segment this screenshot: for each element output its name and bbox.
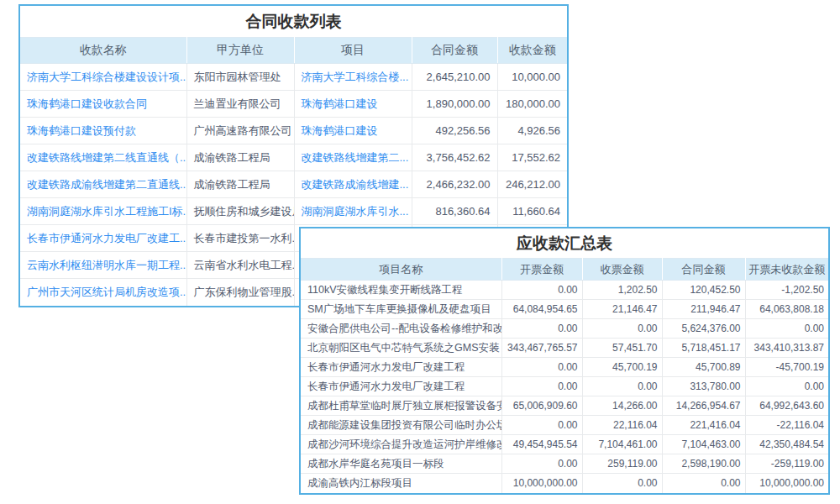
cell: 246,212.00 [497, 171, 567, 198]
table-row: 北京朝阳区电气中芯特气系统之GMS安装343,467,765.5757,451.… [301, 339, 828, 358]
table-row: 成都沙河环境综合提升改造运河护岸维修改造49,454,945.547,104,4… [301, 435, 828, 454]
table-row: 改建铁路成渝线增建第二直通线...成渝铁路工程局改建铁路成渝线增建...2,46… [20, 171, 567, 198]
column-header-4: 收款金额 [497, 38, 567, 64]
column-header-3: 合同金额 [662, 259, 745, 281]
cell: 长春市伊通河水力发电厂改建工程 [301, 358, 501, 377]
cell: 2,598,190.00 [662, 454, 745, 474]
cell-link[interactable]: 珠海鹤港口建设收款合同 [20, 91, 186, 118]
table-row: 长春市伊通河水力发电厂改建工程0.0045,700.1945,700.89-45… [301, 358, 828, 377]
cell-link[interactable]: 改建铁路线增建第二线直通线（... [20, 144, 186, 171]
receivable-table-body: 110kV安徽线程集变开断线路工程0.001,202.50120,452.50-… [301, 281, 828, 493]
header-row: 收款名称甲方单位项目合同金额收款金额 [20, 38, 567, 64]
receivable-summary-panel: 应收款汇总表 项目名称开票金额收票金额合同金额开票未收款金额 110kV安徽线程… [299, 227, 830, 495]
page: 合同收款列表 收款名称甲方单位项目合同金额收款金额 济南大学工科综合楼建设设计项… [0, 0, 840, 504]
receivable-table-title: 应收款汇总表 [301, 228, 828, 258]
column-header-3: 合同金额 [412, 38, 497, 64]
cell-link[interactable]: 广州市天河区统计局机房改造项... [20, 279, 186, 306]
table-row: 济南大学工科综合楼建设设计项...东阳市园林管理处济南大学工科综合楼...2,6… [20, 64, 567, 91]
cell-link[interactable]: 珠海鹤港口建设 [294, 118, 412, 144]
cell: 259,119.00 [582, 454, 662, 474]
cell: 兰迪置业有限公司 [186, 91, 294, 118]
cell-link[interactable]: 湖南洞庭湖水库引水工程施工I标... [20, 198, 186, 225]
cell: 成都水岸华庭名苑项目一标段 [301, 454, 501, 474]
cell: 221,416.04 [662, 416, 745, 435]
cell: 5,624,376.00 [662, 319, 745, 339]
cell: 0.00 [501, 319, 582, 339]
cell: 57,451.70 [582, 339, 662, 358]
cell-link[interactable]: 改建铁路成渝线增建第二直通线... [20, 171, 186, 198]
cell: 0.00 [501, 281, 582, 300]
cell: 4,926.56 [497, 118, 567, 144]
table-row: 成都水岸华庭名苑项目一标段0.00259,119.002,598,190.00-… [301, 454, 828, 474]
cell: 抚顺住房和城乡建设局 [186, 198, 294, 225]
cell: 北京朝阳区电气中芯特气系统之GMS安装 [301, 339, 501, 358]
cell: 0.00 [745, 319, 828, 339]
header-row: 项目名称开票金额收票金额合同金额开票未收款金额 [301, 259, 828, 281]
cell: 45,700.19 [582, 358, 662, 377]
cell-link[interactable]: 济南大学工科综合楼... [294, 64, 412, 91]
cell: 0.00 [501, 454, 582, 474]
cell: 0.00 [501, 358, 582, 377]
cell: 492,256.56 [412, 118, 497, 144]
contract-table-header: 收款名称甲方单位项目合同金额收款金额 [20, 38, 567, 64]
cell: 313,780.00 [662, 377, 745, 396]
table-row: 成都杜甫草堂临时展厅独立展柜报警设备安装...65,006,909.6014,2… [301, 396, 828, 416]
table-row: 珠海鹤港口建设收款合同兰迪置业有限公司珠海鹤港口建设1,890,000.0018… [20, 91, 567, 118]
cell: -45,700.19 [745, 358, 828, 377]
receivable-summary-table: 项目名称开票金额收票金额合同金额开票未收款金额 110kV安徽线程集变开断线路工… [301, 258, 828, 493]
cell: 成都能源建设集团投资有限公司临时办公场所... [301, 416, 501, 435]
cell: 广州高速路有限公司 [186, 118, 294, 144]
column-header-1: 甲方单位 [186, 38, 294, 64]
cell: 成渝高铁内江标段项目 [301, 474, 501, 493]
cell: 0.00 [501, 377, 582, 396]
cell-link[interactable]: 云南水利枢纽潜明水库一期工程... [20, 252, 186, 279]
cell: 180,000.00 [497, 91, 567, 118]
cell: 816,360.64 [412, 198, 497, 225]
cell: 64,084,954.65 [501, 300, 582, 319]
cell: 14,266.00 [582, 396, 662, 416]
cell: 2,645,210.00 [412, 64, 497, 91]
cell: 3,756,452.62 [412, 144, 497, 171]
cell: 21,146.47 [582, 300, 662, 319]
cell-link[interactable]: 湖南洞庭湖水库引水... [294, 198, 412, 225]
cell: SM广场地下车库更换摄像机及硬盘项目 [301, 300, 501, 319]
cell: 云南省水利水电工程... [186, 252, 294, 279]
contract-table-title: 合同收款列表 [20, 6, 567, 37]
column-header-4: 开票未收款金额 [745, 259, 828, 281]
cell: 5,718,451.17 [662, 339, 745, 358]
cell: 11,660.64 [497, 198, 567, 225]
cell: 110kV安徽线程集变开断线路工程 [301, 281, 501, 300]
cell: 10,000,000.00 [745, 474, 828, 493]
cell: 成都沙河环境综合提升改造运河护岸维修改造 [301, 435, 501, 454]
cell: 成渝铁路工程局 [186, 171, 294, 198]
cell-link[interactable]: 改建铁路线增建第二... [294, 144, 412, 171]
cell: 2,466,232.00 [412, 171, 497, 198]
cell: 东阳市园林管理处 [186, 64, 294, 91]
cell-link[interactable]: 长春市伊通河水力发电厂改建工... [20, 225, 186, 252]
cell: 64,992,643.60 [745, 396, 828, 416]
column-header-2: 项目 [294, 38, 412, 64]
table-row: 成渝高铁内江标段项目10,000,000.000.000.0010,000,00… [301, 474, 828, 493]
column-header-1: 开票金额 [501, 259, 582, 281]
cell: 0.00 [582, 474, 662, 493]
column-header-0: 收款名称 [20, 38, 186, 64]
column-header-2: 收票金额 [582, 259, 662, 281]
cell: 0.00 [501, 416, 582, 435]
cell-link[interactable]: 珠海鹤港口建设 [294, 91, 412, 118]
cell-link[interactable]: 改建铁路成渝线增建... [294, 171, 412, 198]
cell: 22,116.04 [582, 416, 662, 435]
table-row: 湖南洞庭湖水库引水工程施工I标...抚顺住房和城乡建设局湖南洞庭湖水库引水...… [20, 198, 567, 225]
cell-link[interactable]: 济南大学工科综合楼建设设计项... [20, 64, 186, 91]
cell: 1,202.50 [582, 281, 662, 300]
cell: 7,104,463.00 [662, 435, 745, 454]
cell: 成都杜甫草堂临时展厅独立展柜报警设备安装... [301, 396, 501, 416]
cell-link[interactable]: 珠海鹤港口建设预付款 [20, 118, 186, 144]
cell: 安徽合肥供电公司--配电设备检修维护和改造 [301, 319, 501, 339]
column-header-0: 项目名称 [301, 259, 501, 281]
cell: 64,063,808.18 [745, 300, 828, 319]
table-row: 珠海鹤港口建设预付款广州高速路有限公司珠海鹤港口建设492,256.564,92… [20, 118, 567, 144]
receivable-table-header: 项目名称开票金额收票金额合同金额开票未收款金额 [301, 259, 828, 281]
table-row: 110kV安徽线程集变开断线路工程0.001,202.50120,452.50-… [301, 281, 828, 300]
cell: 0.00 [582, 319, 662, 339]
cell: 10,000.00 [497, 64, 567, 91]
